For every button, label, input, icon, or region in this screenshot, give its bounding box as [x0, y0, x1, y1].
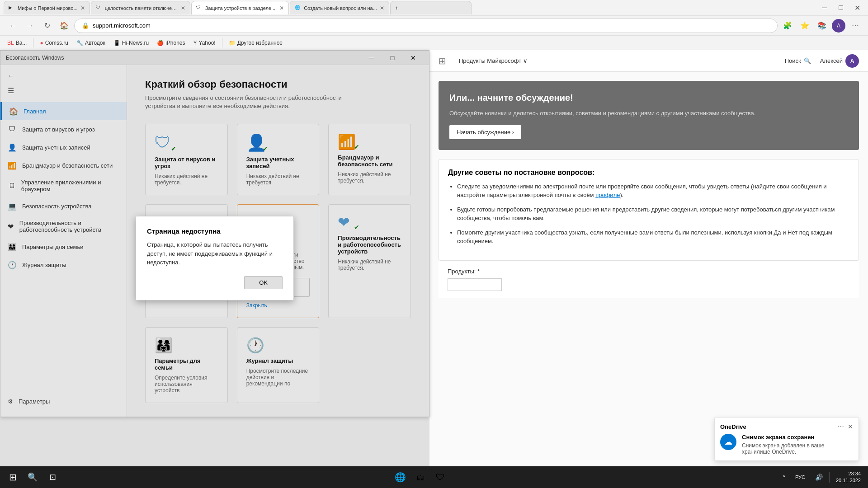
nav-products[interactable]: Продукты Майкрософт ∨ [459, 57, 528, 64]
tip-2: Будьте готовы попробовать предлагаемые р… [457, 205, 849, 223]
refresh-button[interactable]: ↻ [40, 19, 54, 33]
bookmark-other[interactable]: 📁 Другое избранное [225, 37, 286, 49]
bookmark-hinews-label: Hi-News.ru [122, 40, 149, 46]
sys-tray[interactable]: ^ [779, 472, 789, 482]
chevron-down-icon: ∨ [523, 57, 528, 64]
nav-search[interactable]: Поиск 🔍 [785, 57, 811, 64]
taskbar-security[interactable]: 🛡 [431, 468, 449, 486]
bookmark-hinews[interactable]: 📱 Hi-News.ru [110, 37, 152, 49]
taskbar-edge[interactable]: 🌐 [392, 468, 410, 486]
right-content: ⊞ Продукты Майкрософт ∨ Поиск 🔍 Алексей … [429, 50, 868, 466]
nav-user[interactable]: Алексей А [820, 54, 859, 68]
taskbar-explorer[interactable]: 🗂 [411, 468, 429, 486]
bookmarks-bar: BL Ba... ● Comss.ru 🔧 Автодок 📱 Hi-News.… [0, 36, 868, 50]
community-panel: Или... начните обсуждение! Обсуждайте но… [429, 72, 868, 466]
taskview-button[interactable]: ⊡ [43, 468, 61, 486]
bookmark-yahoo[interactable]: Y Yahoo! [190, 37, 219, 49]
forward-button[interactable]: → [23, 19, 37, 33]
time-date-block: 23:34 20.11.2022 [836, 470, 861, 484]
maximize-browser-btn[interactable]: □ [834, 0, 848, 15]
collections-btn[interactable]: 📚 [815, 19, 829, 33]
folder-icon: 📁 [229, 40, 236, 46]
bookmark-other-label: Другое избранное [237, 40, 283, 46]
favorites-btn[interactable]: ⭐ [797, 19, 812, 33]
onedrive-icon: ☁ [720, 434, 736, 450]
browser-toolbar: ← → ↻ 🏠 🔒 🧩 ⭐ 📚 А ⋯ [0, 16, 868, 36]
tab-4[interactable]: 🌐 Создать новый вопрос или на... ✕ [290, 1, 389, 14]
taskbar-center: 🌐 🗂 🛡 [63, 468, 777, 486]
tab4-close[interactable]: ✕ [380, 5, 384, 11]
bookmark-yahoo-label: Yahoo! [199, 40, 216, 46]
tab4-favicon: 🌐 [295, 5, 301, 11]
tip-1: Следите за уведомлениями по электронной … [457, 182, 849, 200]
close-browser-btn[interactable]: ✕ [850, 0, 864, 15]
bookmark-bl-icon: BL [7, 40, 14, 46]
taskbar: ⊞ 🔍 ⊡ 🌐 🗂 🛡 ^ РУС � [0, 466, 868, 488]
tip-3-text: Помогите другим участника сообщества узн… [457, 229, 832, 245]
notif-menu-btn[interactable]: ⋯ [838, 423, 844, 430]
tab2-close[interactable]: ✕ [181, 5, 185, 11]
tab3-close[interactable]: ✕ [279, 5, 284, 11]
minimize-browser-btn[interactable]: ─ [817, 0, 832, 15]
bookmark-autodoc-label: Автодок [85, 40, 105, 46]
notif-close-btn[interactable]: ✕ [848, 423, 853, 430]
notif-header: OneDrive ⋯ ✕ [720, 423, 853, 430]
datetime-display[interactable]: 23:34 20.11.2022 [832, 469, 864, 486]
taskview-icon: ⊡ [49, 472, 56, 482]
tips-list: Следите за уведомлениями по электронной … [448, 182, 849, 246]
search-button[interactable]: 🔍 [24, 468, 42, 486]
notif-app-name: OneDrive [720, 423, 746, 430]
taskbar-security-icon: 🛡 [436, 472, 445, 483]
profile-btn[interactable]: А [832, 19, 845, 33]
bookmark-autodoc[interactable]: 🔧 Автодок [73, 37, 109, 49]
ms-nav: ⊞ Продукты Майкрософт ∨ Поиск 🔍 Алексей … [429, 50, 868, 72]
home-button[interactable]: 🏠 [57, 19, 71, 33]
dialog-text: Страница, к которой вы пытаетесь получит… [147, 240, 283, 267]
back-button[interactable]: ← [5, 19, 20, 33]
clock-date: 20.11.2022 [836, 477, 861, 484]
sound-btn[interactable]: 🔊 [811, 472, 826, 483]
explorer-icon: 🗂 [416, 472, 425, 483]
notif-title-text: Снимок экрана сохранен [742, 434, 853, 441]
tab-strip: ▶ Мифы о Первой мирово... ✕ 🛡 целостност… [0, 0, 868, 16]
yahoo-icon: Y [193, 40, 197, 46]
bookmark-bl[interactable]: BL Ba... [4, 37, 30, 49]
tab-3[interactable]: 🛡 Защита устройств в разделе ... ✕ [191, 1, 289, 14]
community-card: Или... начните обсуждение! Обсуждайте но… [439, 81, 859, 150]
browser-window: ▶ Мифы о Первой мирово... ✕ 🛡 целостност… [0, 0, 868, 488]
settings-btn[interactable]: ⋯ [848, 19, 863, 33]
products-field[interactable] [448, 278, 502, 291]
tip-2-text: Будьте готовы попробовать предлагаемые р… [457, 206, 835, 222]
bookmark-iphones[interactable]: 🍎 iPhones [153, 37, 189, 49]
tips-title: Другие советы по постановке вопросов: [448, 169, 849, 177]
lang-indicator[interactable]: РУС [792, 473, 809, 482]
iphones-icon: 🍎 [157, 40, 164, 46]
discuss-button[interactable]: Начать обсуждение › [449, 125, 521, 139]
notif-body: ☁ Снимок экрана сохранен Снимок экрана д… [720, 434, 853, 455]
tip-1-text: Следите за уведомлениями по электронной … [457, 183, 827, 199]
tab4-title: Создать новый вопрос или на... [304, 5, 377, 11]
bookmark-comss-label: Comss.ru [45, 40, 68, 46]
address-bar[interactable]: 🔒 [74, 19, 778, 33]
bookmark-comss[interactable]: ● Comss.ru [36, 37, 72, 49]
dialog-title: Страница недоступна [147, 227, 283, 235]
dialog-ok-button[interactable]: OK [244, 276, 283, 289]
extensions-btn[interactable]: 🧩 [780, 19, 795, 33]
lock-icon: 🔒 [82, 22, 89, 29]
start-button[interactable]: ⊞ [4, 468, 22, 486]
products-form: Продукты: * [439, 261, 859, 298]
hinews-icon: 📱 [113, 40, 120, 46]
tab1-close[interactable]: ✕ [80, 5, 85, 11]
products-label: Продукты Майкрософт [459, 57, 521, 64]
community-card-text: Обсуждайте новинки и делитесь открытиями… [449, 109, 848, 118]
tab-2[interactable]: 🛡 целостность памяти отключен... ✕ [91, 1, 190, 14]
profile-link[interactable]: профиле [595, 192, 620, 198]
address-input[interactable] [93, 22, 770, 29]
tab-1[interactable]: ▶ Мифы о Первой мирово... ✕ [4, 1, 90, 14]
bookmark-bl-label: Ba... [16, 40, 27, 46]
tab1-favicon: ▶ [9, 5, 15, 11]
tab2-favicon: 🛡 [96, 5, 102, 11]
new-tab-button[interactable]: + [390, 1, 472, 14]
search-icon: 🔍 [804, 57, 811, 64]
taskbar-right: ^ РУС 🔊 23:34 20.11.2022 [779, 469, 864, 486]
